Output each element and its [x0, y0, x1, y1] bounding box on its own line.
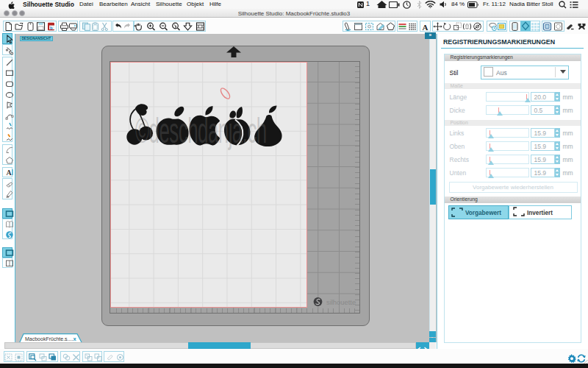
svg-text:Vorgabewert: Vorgabewert: [465, 210, 501, 216]
svg-text:A: A: [422, 22, 428, 31]
svg-text:MacbookFrüchte.s....: MacbookFrüchte.s....: [25, 336, 73, 342]
svg-text:b: b: [50, 25, 53, 29]
svg-text:silhouette: silhouette: [326, 297, 356, 305]
svg-text:A: A: [7, 169, 12, 177]
svg-text:Invertiert: Invertiert: [527, 210, 553, 216]
